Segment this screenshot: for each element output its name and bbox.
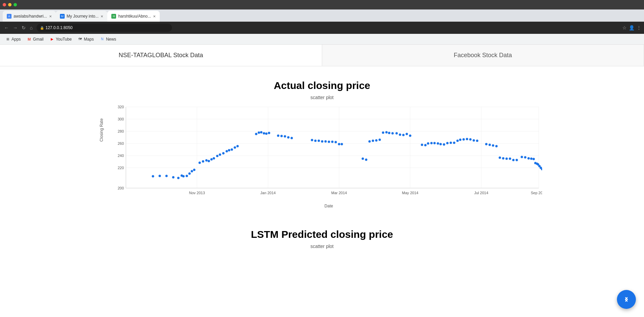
- svg-point-104: [466, 138, 468, 140]
- address-bar[interactable]: 🔒 127.0.0.1:8050: [37, 24, 172, 32]
- svg-point-117: [515, 159, 518, 161]
- svg-point-65: [311, 139, 313, 141]
- reload-icon[interactable]: ↻: [20, 24, 27, 32]
- svg-point-87: [372, 140, 374, 142]
- svg-point-64: [290, 137, 293, 139]
- nav-button[interactable]: [617, 290, 636, 309]
- svg-point-118: [520, 156, 523, 158]
- svg-point-56: [260, 131, 262, 134]
- forward-icon[interactable]: →: [12, 24, 19, 32]
- tab-label-awslabs: awslabs/handwri...: [14, 14, 47, 19]
- svg-point-67: [317, 140, 320, 142]
- menu-icon[interactable]: ⋮: [637, 25, 641, 30]
- svg-text:260: 260: [117, 141, 124, 145]
- svg-text:Nov 2013: Nov 2013: [189, 191, 205, 195]
- svg-point-93: [430, 142, 432, 144]
- actual-price-subtitle: scatter plot: [0, 95, 644, 100]
- page-nav: NSE-TATAGLOBAL Stock Data Facebook Stock…: [0, 45, 644, 66]
- maximize-btn[interactable]: [14, 3, 17, 6]
- svg-point-32: [172, 176, 174, 179]
- scatter-plot-svg: 320 300 280 260 240 220 200 Nov 2013 Jan…: [116, 104, 542, 202]
- svg-point-92: [427, 142, 429, 145]
- svg-point-94: [433, 142, 436, 144]
- lstm-section: LSTM Predicted closing price scatter plo…: [0, 215, 644, 259]
- svg-point-62: [284, 135, 286, 138]
- bookmark-youtube[interactable]: ▶ YouTube: [47, 36, 74, 43]
- svg-point-66: [314, 140, 316, 142]
- svg-text:240: 240: [117, 154, 124, 158]
- svg-point-90: [421, 144, 423, 146]
- svg-point-82: [405, 133, 408, 135]
- svg-point-114: [505, 158, 508, 160]
- apps-icon: ⊞: [5, 37, 10, 42]
- svg-point-84: [361, 158, 364, 160]
- svg-point-115: [509, 158, 511, 160]
- bookmark-news[interactable]: N News: [97, 36, 119, 43]
- bookmark-youtube-label: YouTube: [56, 37, 72, 42]
- profile-icon[interactable]: 👤: [629, 25, 635, 30]
- bookmark-news-label: News: [106, 37, 116, 42]
- svg-point-79: [395, 132, 398, 135]
- svg-point-116: [512, 159, 514, 161]
- svg-point-110: [492, 144, 494, 147]
- svg-point-106: [472, 139, 475, 142]
- lstm-title: LSTM Predicted closing price: [0, 222, 644, 244]
- svg-point-33: [177, 177, 179, 179]
- tab-close-harshtikuu[interactable]: ✕: [153, 15, 156, 18]
- tab-label-harshtikuu: harshtikuu/Abno...: [118, 14, 151, 19]
- svg-point-44: [210, 158, 213, 161]
- svg-point-29: [152, 175, 154, 178]
- svg-point-97: [443, 143, 445, 146]
- svg-point-31: [165, 175, 168, 177]
- svg-point-58: [265, 133, 267, 135]
- svg-point-57: [263, 132, 265, 135]
- bookmark-apps[interactable]: ⊞ Apps: [3, 36, 23, 43]
- svg-point-96: [439, 143, 442, 145]
- svg-point-122: [532, 158, 535, 160]
- nav-fb-label: Facebook Stock Data: [454, 52, 512, 59]
- tab-favicon-journey: M: [60, 14, 65, 19]
- gmail-icon: M: [27, 37, 31, 42]
- tab-close-awslabs[interactable]: ✕: [49, 15, 52, 18]
- svg-point-73: [338, 143, 340, 145]
- browser-chrome: [0, 0, 644, 9]
- svg-point-47: [219, 154, 221, 156]
- actual-price-chart: Closing Rate: [102, 104, 542, 208]
- svg-point-102: [459, 139, 461, 141]
- svg-point-85: [365, 159, 367, 161]
- tab-harshtikuu[interactable]: H harshtikuu/Abno... ✕: [107, 11, 160, 22]
- bookmark-maps-label: Maps: [84, 37, 94, 42]
- tab-journey[interactable]: M My Journey into... ✕: [56, 11, 108, 22]
- minimize-btn[interactable]: [8, 3, 12, 6]
- tab-awslabs[interactable]: A awslabs/handwri... ✕: [3, 11, 56, 22]
- svg-point-59: [268, 132, 270, 134]
- svg-text:May 2014: May 2014: [402, 191, 418, 195]
- svg-point-43: [207, 160, 210, 162]
- maps-icon: 🗺: [78, 37, 83, 42]
- svg-point-91: [424, 144, 426, 146]
- svg-point-36: [185, 175, 188, 177]
- svg-point-112: [498, 157, 501, 159]
- svg-point-61: [280, 135, 283, 137]
- actual-price-section: Actual closing price scatter plot Closin…: [0, 66, 644, 215]
- nav-nse[interactable]: NSE-TATAGLOBAL Stock Data: [0, 45, 322, 66]
- bookmark-star-icon[interactable]: ☆: [622, 25, 627, 30]
- svg-point-40: [198, 162, 201, 164]
- bookmark-gmail[interactable]: M Gmail: [24, 36, 46, 43]
- nav-actions: ☆ 👤 ⋮: [622, 25, 641, 30]
- svg-text:320: 320: [117, 105, 124, 109]
- svg-point-72: [334, 141, 337, 143]
- tab-close-journey[interactable]: ✕: [101, 15, 103, 18]
- svg-point-99: [449, 142, 452, 144]
- svg-point-30: [158, 175, 161, 177]
- svg-point-71: [331, 141, 333, 143]
- svg-point-121: [530, 158, 532, 160]
- svg-point-111: [495, 145, 497, 148]
- bookmark-apps-label: Apps: [12, 37, 21, 42]
- close-btn[interactable]: [3, 3, 6, 6]
- back-icon[interactable]: ←: [3, 24, 10, 32]
- home-icon[interactable]: ⌂: [28, 24, 34, 32]
- svg-text:Jan 2014: Jan 2014: [260, 191, 275, 195]
- nav-fb[interactable]: Facebook Stock Data: [322, 45, 644, 66]
- bookmark-maps[interactable]: 🗺 Maps: [75, 36, 96, 43]
